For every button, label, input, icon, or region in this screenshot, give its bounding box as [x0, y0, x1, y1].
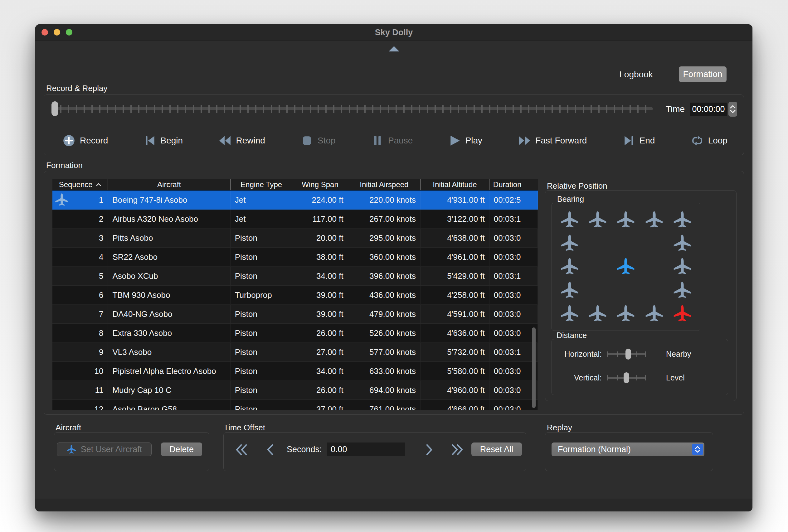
bearing-empty-cell: [640, 279, 668, 302]
cell-engine_type: Piston: [231, 343, 293, 362]
tab-logbook[interactable]: Logbook: [612, 67, 661, 82]
table-row[interactable]: 5Asobo XCubPiston34.00 ft396.00 knots5'4…: [53, 267, 538, 286]
cell-wing_span: 39.00 ft: [292, 305, 348, 323]
seek-forward-button[interactable]: [425, 444, 433, 455]
position-aircraft-icon[interactable]: [668, 231, 696, 255]
cell-aircraft: TBM 930 Asobo: [108, 286, 230, 304]
cell-wing_span: 117.00 ft: [292, 209, 348, 228]
position-aircraft-icon[interactable]: [556, 302, 584, 326]
collapse-arrow-icon[interactable]: [389, 46, 399, 52]
seconds-input[interactable]: [327, 443, 405, 456]
stop-button: Stop: [301, 135, 336, 147]
table-row[interactable]: 9VL3 AsoboPiston27.00 ft577.00 knots5'73…: [53, 343, 538, 362]
fast-forward-icon: [518, 135, 531, 147]
chevron-up-icon: [730, 105, 735, 108]
position-aircraft-icon[interactable]: [612, 208, 640, 231]
position-aircraft-icon[interactable]: [668, 208, 696, 231]
table-row[interactable]: 4SR22 AsoboPiston38.00 ft360.00 knots4'9…: [53, 248, 538, 267]
tab-formation[interactable]: Formation: [679, 66, 727, 82]
table-row[interactable]: 10Pipistrel Alpha Electro AsoboPiston34.…: [53, 362, 538, 381]
cell-sequence: 12: [53, 400, 108, 410]
rewind-button[interactable]: Rewind: [219, 135, 265, 147]
column-header-duration[interactable]: Duration: [490, 179, 538, 190]
stop-icon: [301, 135, 313, 147]
position-aircraft-icon[interactable]: [556, 231, 584, 255]
table-row[interactable]: 2Airbus A320 Neo AsoboJet117.00 ft267.00…: [53, 209, 538, 229]
table-row[interactable]: 11Mudry Cap 10 CPiston26.00 ft694.00 kno…: [53, 381, 538, 400]
column-header-initial_airspeed[interactable]: Initial Airspeed: [348, 179, 420, 190]
seek-fast-forward-button[interactable]: [450, 444, 464, 455]
timeline-handle[interactable]: [52, 101, 58, 116]
cell-aircraft: Airbus A320 Neo Asobo: [108, 209, 230, 228]
seek-backward-button[interactable]: [266, 444, 274, 455]
skip-end-icon: [623, 135, 635, 147]
skip-begin-icon: [144, 135, 156, 147]
loop-icon: [691, 135, 704, 147]
replay-mode-select[interactable]: Formation (Normal): [552, 443, 704, 456]
horizontal-slider[interactable]: [607, 348, 646, 360]
table-row[interactable]: 6TBM 930 AsoboTurboprop39.00 ft436.00 kn…: [53, 286, 538, 305]
position-aircraft-icon[interactable]: [612, 302, 640, 326]
cell-sequence: 1: [53, 190, 108, 209]
position-aircraft-icon[interactable]: [640, 302, 668, 326]
time-stepper[interactable]: [728, 102, 737, 117]
table-row[interactable]: 8Extra 330 AsoboPiston26.00 ft526.00 kno…: [53, 324, 538, 343]
column-header-sequence[interactable]: Sequence: [53, 179, 108, 190]
replay-section-label: Replay: [547, 423, 572, 432]
vertical-label: Vertical:: [552, 373, 607, 382]
table-row[interactable]: 1Boeing 747-8i AsoboJet224.00 ft220.00 k…: [53, 190, 538, 209]
record-button[interactable]: Record: [63, 135, 108, 147]
cell-aircraft: VL3 Asobo: [108, 343, 230, 362]
cell-initial_airspeed: 577.00 knots: [348, 343, 420, 362]
position-aircraft-icon[interactable]: [668, 279, 696, 302]
table-row[interactable]: 3Pitts AsoboPiston20.00 ft295.00 knots4'…: [53, 229, 538, 248]
horizontal-slider-handle[interactable]: [626, 349, 631, 360]
cell-engine_type: Piston: [231, 267, 293, 285]
cell-wing_span: 38.00 ft: [292, 248, 348, 266]
horizontal-value: Nearby: [666, 350, 691, 359]
playback-button-label: Play: [466, 136, 482, 146]
cell-initial_altitude: 4'636.00 ft: [420, 324, 490, 342]
column-header-aircraft[interactable]: Aircraft: [108, 179, 230, 190]
user-aircraft-icon: [55, 193, 68, 209]
vertical-slider[interactable]: [607, 372, 646, 384]
app-window: Sky Dolly Logbook Formation Record & Rep…: [35, 24, 752, 511]
cell-initial_airspeed: 436.00 knots: [348, 286, 420, 304]
cell-initial_airspeed: 360.00 knots: [348, 248, 420, 266]
cell-initial_airspeed: 526.00 knots: [348, 324, 420, 342]
cell-duration: 00:03:1: [490, 209, 538, 228]
table-row[interactable]: 7DA40-NG AsoboPiston39.00 ft479.00 knots…: [53, 305, 538, 324]
selected-position-aircraft-icon[interactable]: [668, 302, 696, 326]
position-aircraft-icon[interactable]: [640, 208, 668, 231]
seconds-label: Seconds:: [287, 445, 322, 454]
cell-duration: 00:03:0: [490, 381, 538, 400]
end-button[interactable]: End: [623, 135, 655, 147]
cell-wing_span: 26.00 ft: [292, 324, 348, 342]
cell-engine_type: Piston: [231, 305, 293, 323]
table-scrollbar[interactable]: [532, 327, 536, 408]
timeline-slider[interactable]: [52, 101, 653, 117]
user-aircraft-icon[interactable]: [612, 255, 640, 279]
cell-aircraft: Extra 330 Asobo: [108, 324, 230, 342]
position-aircraft-icon[interactable]: [556, 279, 584, 302]
vertical-slider-handle[interactable]: [624, 372, 629, 383]
play-button[interactable]: Play: [449, 135, 482, 147]
reset-all-button[interactable]: Reset All: [471, 443, 522, 456]
position-aircraft-icon[interactable]: [584, 208, 612, 231]
cell-initial_altitude: 4'931.00 ft: [420, 190, 490, 209]
position-aircraft-icon[interactable]: [584, 302, 612, 326]
time-value-field[interactable]: 00:00:00: [690, 103, 727, 116]
begin-button[interactable]: Begin: [144, 135, 183, 147]
table-row[interactable]: 12Asobo Baron G58Piston37.00 ft761.00 kn…: [53, 400, 538, 410]
column-header-initial_altitude[interactable]: Initial Altitude: [420, 179, 490, 190]
loop-button[interactable]: Loop: [691, 135, 728, 147]
position-aircraft-icon[interactable]: [556, 208, 584, 231]
delete-button[interactable]: Delete: [161, 443, 202, 456]
column-header-wing_span[interactable]: Wing Span: [292, 179, 348, 190]
cell-duration: 00:03:0: [490, 362, 538, 381]
position-aircraft-icon[interactable]: [556, 255, 584, 279]
column-header-engine_type[interactable]: Engine Type: [231, 179, 293, 190]
fast-forward-button[interactable]: Fast Forward: [518, 135, 587, 147]
seek-fast-backward-button[interactable]: [235, 444, 249, 455]
position-aircraft-icon[interactable]: [668, 255, 696, 279]
